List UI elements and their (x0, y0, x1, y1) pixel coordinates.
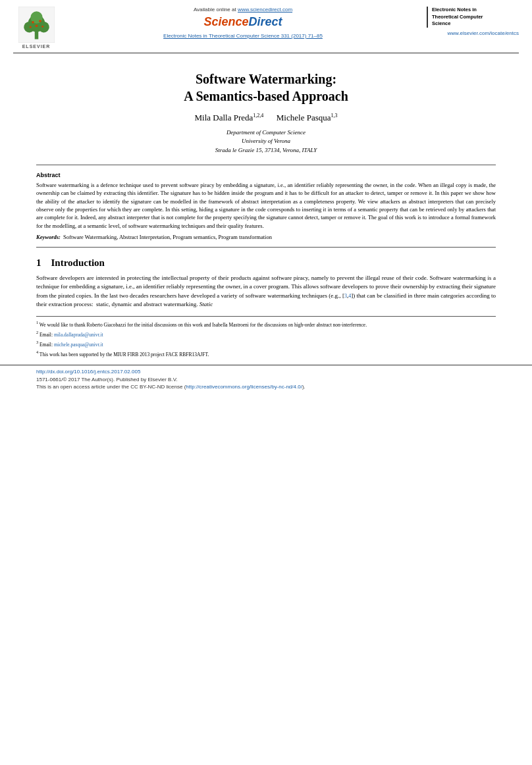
available-online-text: Available online at www.sciencedirect.co… (194, 7, 292, 13)
footnote-1: 1 We would like to thank Roberto Giacoba… (36, 320, 496, 329)
paper-title: Software Watermarking:A Semantics-based … (36, 70, 496, 105)
footnote-1-number: 1 (36, 320, 38, 325)
elsevier-tree-icon (18, 7, 55, 43)
author2-name: Michele Pasqua (277, 113, 331, 122)
intro-title: Introduction (51, 257, 105, 268)
svg-point-8 (35, 25, 38, 28)
author2-email-link[interactable]: michele.pasqua@univr.it (54, 341, 103, 347)
footnote-2: 2 Email: mila.dallaprada@univr.it (36, 330, 496, 338)
svg-point-10 (41, 26, 43, 28)
authors: Mila Dalla Preda1,2,4 Michele Pasqua1,3 (36, 111, 496, 124)
elsevier-brand-text: ELSEVIER (22, 44, 51, 49)
header: ELSEVIER Available online at www.science… (0, 0, 532, 57)
header-divider (13, 53, 519, 53)
abstract-text: Software watermarking is a defence techn… (36, 181, 496, 230)
license-link[interactable]: http://creativecommons.org/licenses/by-n… (186, 384, 302, 390)
footnote-3: 3 Email: michele.pasqua@univr.it (36, 340, 496, 348)
svg-rect-1 (34, 31, 38, 40)
keywords-line: Keywords: Software Watermarking, Abstrac… (36, 234, 496, 240)
svg-point-6 (32, 21, 34, 24)
page: ELSEVIER Available online at www.science… (0, 0, 532, 765)
footnotes: 1 We would like to thank Roberto Giacoba… (36, 316, 496, 358)
footnote-4-number: 4 (36, 350, 38, 354)
author2-superscript: 1,3 (331, 113, 337, 119)
ref-4-link[interactable]: 4 (348, 293, 351, 299)
copyright-line1: 1571-0661/© 2017 The Author(s). Publishe… (36, 377, 177, 382)
intro-heading: 1 Introduction (36, 257, 496, 269)
header-right-box: Electronic Notes inTheoretical ComputerS… (427, 7, 519, 28)
affiliation: Department of Computer Science Universit… (36, 128, 496, 155)
author1-superscript: 1,2,4 (253, 113, 263, 119)
sciencedirect-logo: ScienceDirect (203, 15, 282, 29)
sciencedirect-logo-direct: Direct (249, 15, 282, 28)
keywords-label: Keywords: (36, 234, 61, 240)
svg-point-4 (38, 22, 49, 33)
doi-link[interactable]: http://dx.doi.org/10.1016/j.entcs.2017.0… (36, 369, 140, 375)
sciencedirect-url[interactable]: www.sciencedirect.com (238, 7, 292, 13)
intro-section: 1 Introduction Software developers are i… (36, 257, 496, 309)
main-content: Software Watermarking:A Semantics-based … (0, 70, 532, 309)
svg-point-9 (29, 26, 31, 28)
abstract-divider-bottom (36, 247, 496, 248)
keywords-text: Software Watermarking, Abstract Interpre… (63, 234, 272, 240)
static-text: Static (200, 301, 213, 307)
affiliation-address: Strada le Grazie 15, 37134, Verona, ITAL… (215, 147, 317, 153)
svg-point-7 (39, 20, 41, 22)
affiliation-university: University of Verona (242, 138, 290, 144)
footer-copyright: 1571-0661/© 2017 The Author(s). Publishe… (36, 376, 496, 390)
header-right: Electronic Notes inTheoretical ComputerS… (427, 7, 519, 37)
affiliation-dept: Department of Computer Science (226, 129, 306, 136)
header-top: ELSEVIER Available online at www.science… (13, 7, 519, 49)
journal-locate-link[interactable]: www.elsevier.com/locate/entcs (427, 30, 519, 37)
journal-right-title: Electronic Notes inTheoretical ComputerS… (432, 7, 519, 28)
author1-email-link[interactable]: mila.dallaprada@univr.it (54, 331, 103, 337)
abstract-label: Abstract (36, 172, 496, 178)
copyright-line2: This is an open access article under the… (36, 384, 306, 390)
abstract-section: Abstract Software watermarking is a defe… (36, 172, 496, 240)
elsevier-logo: ELSEVIER (13, 7, 59, 49)
journal-name-center: Electronic Notes in Theoretical Computer… (163, 33, 323, 39)
footer-doi: http://dx.doi.org/10.1016/j.entcs.2017.0… (36, 369, 496, 375)
ref-3-link[interactable]: 3 (344, 293, 347, 299)
page-footer: http://dx.doi.org/10.1016/j.entcs.2017.0… (0, 365, 532, 394)
author1-name: Mila Dalla Preda (195, 113, 253, 122)
footnote-3-number: 3 (36, 340, 38, 344)
sciencedirect-logo-text: Science (203, 15, 248, 28)
footnote-4: 4 This work has been supported by the MI… (36, 350, 496, 358)
footnote-2-number: 2 (36, 330, 38, 334)
intro-number: 1 (36, 257, 41, 268)
intro-text: Software developers are interested in pr… (36, 274, 496, 309)
header-center: Available online at www.sciencedirect.co… (59, 7, 427, 39)
abstract-divider-top (36, 165, 496, 165)
